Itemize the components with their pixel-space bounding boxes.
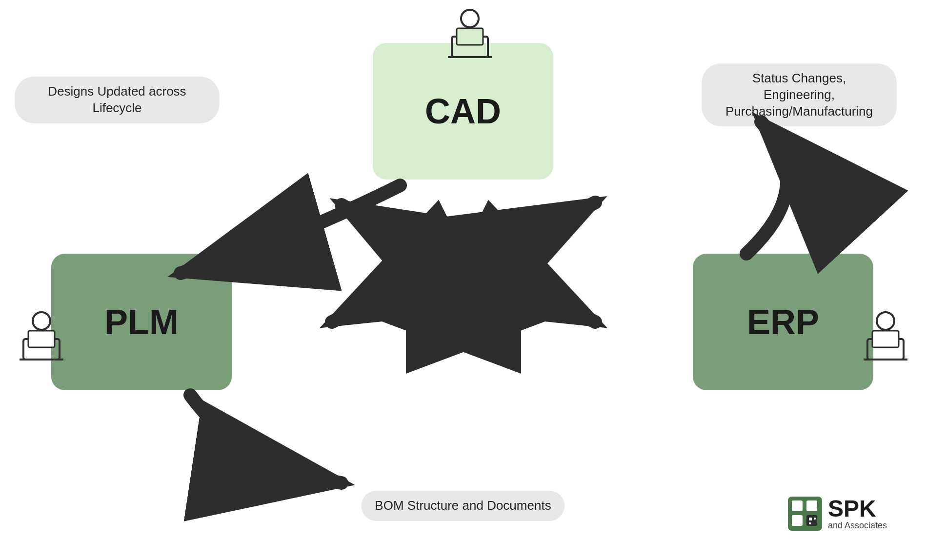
svg-line-22 (507, 278, 595, 322)
erp-box: ERP (693, 254, 873, 390)
svg-point-9 (33, 312, 50, 330)
svg-rect-7 (457, 28, 483, 45)
spk-sub-label: and Associates (828, 520, 887, 531)
svg-rect-30 (814, 518, 816, 520)
svg-line-21 (332, 278, 420, 322)
svg-rect-27 (806, 500, 817, 511)
spk-icon-svg (788, 497, 822, 531)
svg-rect-26 (792, 515, 803, 526)
svg-point-4 (461, 10, 479, 27)
svg-line-20 (507, 202, 595, 249)
status-changes-label: Status Changes, Engineering,Purchasing/M… (702, 63, 897, 126)
integration-label: Integration (405, 241, 489, 265)
svg-rect-29 (809, 518, 812, 520)
designs-updated-label: Designs Updated across Lifecycle (15, 77, 220, 123)
plm-box: PLM (51, 254, 232, 390)
spk-text: SPK and Associates (828, 497, 887, 531)
svg-rect-17 (872, 331, 899, 347)
svg-rect-12 (28, 331, 55, 347)
svg-point-14 (877, 312, 894, 330)
erp-label: ERP (747, 302, 819, 342)
spk-logo: SPK and Associates (788, 497, 887, 531)
plm-label: PLM (104, 302, 179, 342)
svg-rect-28 (806, 515, 817, 526)
svg-rect-25 (792, 500, 803, 511)
cad-box: CAD (373, 43, 553, 180)
bom-structure-label: BOM Structure and Documents (361, 491, 564, 521)
svg-rect-31 (809, 522, 811, 524)
spk-name-label: SPK (828, 497, 887, 520)
cad-label: CAD (425, 91, 501, 131)
svg-line-19 (342, 205, 420, 249)
